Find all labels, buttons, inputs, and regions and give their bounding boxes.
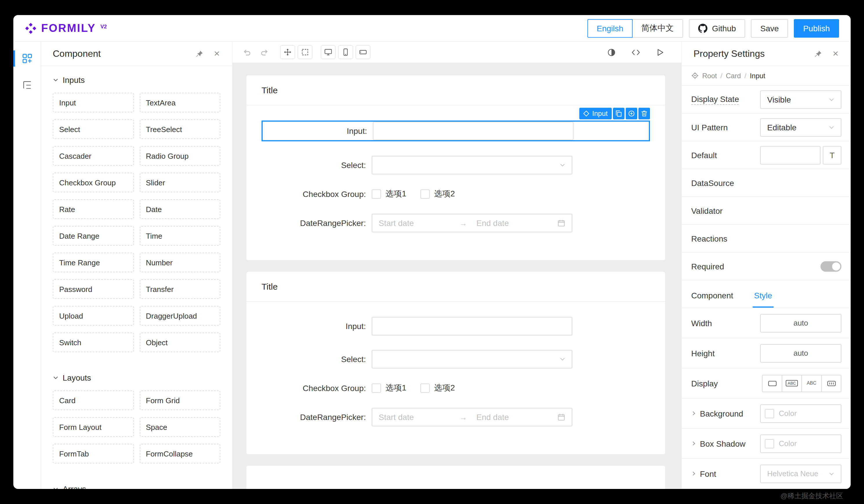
outline-tree-tab[interactable] [13, 72, 40, 98]
component-item[interactable]: Slider [140, 173, 220, 192]
date-range-row[interactable]: DateRangePicker: Start date → End date [262, 214, 650, 232]
select-field-row[interactable]: Select: [262, 350, 650, 368]
tablet-landscape-icon[interactable] [356, 45, 371, 59]
pin-icon[interactable] [194, 48, 205, 59]
ui-pattern-select[interactable]: Editable [760, 118, 841, 136]
github-button[interactable]: Github [689, 19, 745, 37]
component-item[interactable]: Rate [53, 199, 134, 219]
checkbox-icon[interactable] [420, 383, 430, 393]
redo-icon[interactable] [257, 45, 272, 59]
undo-icon[interactable] [239, 45, 254, 59]
box-shadow-label-group[interactable]: Box Shadow [691, 439, 745, 448]
select-field[interactable] [372, 350, 572, 368]
play-icon[interactable] [652, 45, 668, 59]
add-icon[interactable] [626, 108, 637, 119]
input-field-row[interactable]: Input: [262, 317, 650, 335]
breadcrumb-input[interactable]: Input [750, 72, 765, 79]
component-item[interactable]: Upload [53, 306, 134, 325]
move-icon[interactable] [280, 45, 295, 59]
height-input[interactable] [760, 344, 841, 362]
theme-icon[interactable] [604, 45, 619, 59]
language-chinese-button[interactable]: 简体中文 [632, 19, 683, 37]
section-header-layouts[interactable]: Layouts [41, 364, 232, 389]
display-state-select[interactable]: Visible [760, 90, 841, 109]
component-item[interactable]: Radio Group [140, 146, 220, 166]
checkbox-group-row[interactable]: Checkbox Group: 选项1 [262, 383, 650, 393]
save-button[interactable]: Save [751, 19, 788, 37]
component-item[interactable]: Input [53, 93, 134, 112]
display-inline-icon[interactable]: ABC [801, 374, 822, 392]
font-label-group[interactable]: Font [691, 469, 716, 478]
close-icon[interactable]: × [211, 48, 223, 59]
component-item[interactable]: Select [53, 119, 134, 139]
mobile-icon[interactable] [338, 45, 353, 59]
date-range-picker[interactable]: Start date → End date [372, 214, 572, 232]
component-item[interactable]: Cascader [53, 146, 134, 166]
component-item[interactable]: Card [53, 391, 134, 410]
input-field[interactable] [372, 317, 572, 335]
component-item[interactable]: Date Range [53, 226, 134, 246]
publish-button[interactable]: Publish [794, 19, 839, 37]
select-field[interactable] [372, 156, 572, 174]
component-item[interactable]: Checkbox Group [53, 173, 134, 192]
component-item[interactable]: Switch [53, 333, 134, 352]
component-item[interactable]: FormTab [53, 444, 134, 464]
form-card[interactable]: Title Input [247, 75, 665, 260]
language-english-button[interactable]: Engilsh [587, 19, 633, 37]
component-item[interactable]: Password [53, 279, 134, 299]
display-inline-block-icon[interactable]: ABC [782, 374, 802, 392]
required-toggle[interactable] [820, 261, 841, 271]
delete-icon[interactable] [638, 108, 650, 119]
background-color-picker[interactable]: Color [760, 404, 841, 422]
component-item[interactable]: Time [140, 226, 220, 246]
breadcrumb-root[interactable]: Root [702, 72, 717, 79]
box-shadow-color-picker[interactable]: Color [760, 434, 841, 453]
checkbox-group-row[interactable]: Checkbox Group: 选项1 [262, 189, 650, 199]
source-code-icon[interactable] [628, 45, 643, 59]
component-item[interactable]: Form Grid [140, 391, 220, 410]
component-item[interactable]: Time Range [53, 253, 134, 272]
components-tab[interactable] [13, 45, 40, 72]
text-edit-icon[interactable]: T [823, 146, 841, 164]
component-item[interactable]: DraggerUpload [140, 306, 220, 325]
checkbox-icon[interactable] [372, 383, 381, 393]
display-flex-icon[interactable] [821, 374, 841, 392]
section-header-arrays[interactable]: Arrays [41, 475, 232, 489]
background-label-group[interactable]: Background [691, 409, 743, 418]
checkbox-option[interactable]: 选项1 [372, 383, 407, 393]
checkbox-option[interactable]: 选项2 [420, 383, 455, 393]
selected-input-field[interactable]: Input [262, 121, 650, 142]
breadcrumb-card[interactable]: Card [726, 72, 741, 79]
component-item[interactable]: TextArea [140, 93, 220, 112]
tab-style[interactable]: Style [754, 291, 772, 308]
width-input[interactable] [760, 314, 841, 332]
checkbox-icon[interactable] [420, 189, 430, 199]
form-card[interactable]: Title Input: Select: [247, 272, 665, 454]
checkbox-option[interactable]: 选项1 [372, 189, 407, 199]
component-item[interactable]: Number [140, 253, 220, 272]
close-icon[interactable]: × [830, 48, 841, 59]
pin-icon[interactable] [812, 48, 824, 59]
component-item[interactable]: Object [140, 333, 220, 352]
default-input[interactable] [760, 146, 820, 164]
component-item[interactable]: Date [140, 199, 220, 219]
checkbox-option[interactable]: 选项2 [420, 189, 455, 199]
component-item[interactable]: TreeSelect [140, 119, 220, 139]
select-field-row[interactable]: Select: [262, 156, 650, 174]
input-field[interactable] [373, 122, 574, 140]
selection-icon[interactable] [298, 45, 313, 59]
display-block-icon[interactable] [762, 374, 782, 392]
font-family-select[interactable]: Helvetica Neue [760, 464, 841, 483]
tab-component[interactable]: Component [691, 291, 733, 308]
checkbox-icon[interactable] [372, 189, 381, 199]
date-range-picker[interactable]: Start date → End date [372, 408, 572, 426]
form-card[interactable] [247, 466, 665, 489]
component-item[interactable]: FormCollapse [140, 444, 220, 464]
date-range-row[interactable]: DateRangePicker: Start date → End date [262, 408, 650, 426]
component-item[interactable]: Form Layout [53, 417, 134, 437]
copy-icon[interactable] [613, 108, 625, 119]
desktop-icon[interactable] [321, 45, 336, 59]
component-item[interactable]: Transfer [140, 279, 220, 299]
section-header-inputs[interactable]: Inputs [41, 66, 232, 91]
component-item[interactable]: Space [140, 417, 220, 437]
